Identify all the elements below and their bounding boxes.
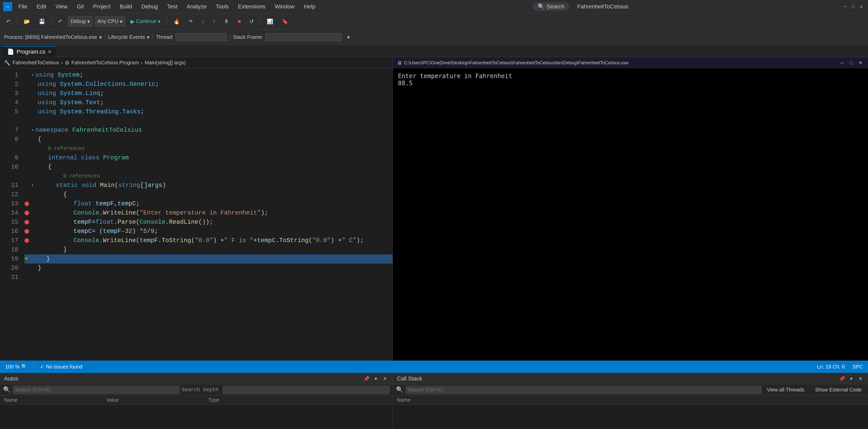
console-title-bar: 🖥 C:\Users\PC\OneDrive\Desktop\Fahrenhei… bbox=[393, 57, 868, 68]
code-line-19: ➔ } bbox=[25, 254, 393, 263]
code-line-20: } bbox=[25, 263, 393, 273]
breakpoint-14[interactable] bbox=[25, 211, 29, 215]
code-line-9: internal class Program bbox=[25, 153, 393, 163]
menu-edit[interactable]: Edit bbox=[32, 2, 50, 11]
stack-frame-input[interactable] bbox=[265, 33, 342, 41]
restart-btn[interactable]: ↺ bbox=[246, 16, 257, 27]
minimize-button[interactable]: ─ bbox=[841, 3, 848, 10]
editor-breadcrumb: 🔧 FahrenheitToCelsius › ⚙ FahrenheitToCe… bbox=[0, 57, 393, 68]
breakpoint-15[interactable] bbox=[25, 220, 29, 225]
menu-extensions[interactable]: Extensions bbox=[234, 2, 270, 11]
stop-btn[interactable]: ■ bbox=[235, 16, 244, 27]
collapse-arrow-7[interactable]: ▾ bbox=[31, 126, 34, 135]
autos-pin-btn[interactable]: 📌 bbox=[363, 375, 370, 382]
search-depth-input[interactable] bbox=[223, 386, 390, 394]
bookmark-btn[interactable]: 🔖 bbox=[279, 16, 291, 27]
autos-dropdown-btn[interactable]: ▾ bbox=[372, 375, 379, 382]
menu-build[interactable]: Build bbox=[116, 2, 136, 11]
main-content: 🔧 FahrenheitToCelsius › ⚙ FahrenheitToCe… bbox=[0, 57, 868, 361]
autos-header: Autos 📌 ▾ ✕ bbox=[0, 373, 393, 384]
breadcrumb-icon: 🔧 bbox=[4, 60, 10, 66]
call-stack-pin-btn[interactable]: 📌 bbox=[838, 375, 845, 382]
view-all-threads-btn[interactable]: View all Threads bbox=[764, 385, 808, 395]
toolbar: ↶ 📂 💾 ↶ Debug ▾ Any CPU ▾ ▶ Continue ▾ 🔥… bbox=[0, 13, 868, 30]
continue-btn[interactable]: ▶ Continue ▾ bbox=[127, 16, 164, 27]
autos-col-type: Type bbox=[208, 397, 389, 403]
status-right: Ln: 19 Ch: 6 SPC bbox=[817, 364, 863, 370]
thread-input[interactable] bbox=[176, 33, 226, 41]
lifecycle-dropdown[interactable]: ▾ bbox=[147, 34, 150, 40]
code-line-3: using System.Linq; bbox=[25, 89, 393, 98]
debug-config-dropdown[interactable]: Debug ▾ bbox=[68, 16, 93, 27]
menu-window[interactable]: Window bbox=[271, 2, 299, 11]
bottom-area: Autos 📌 ▾ ✕ 🔍 Search Depth Name Value Ty… bbox=[0, 373, 868, 429]
menu-project[interactable]: Project bbox=[89, 2, 115, 11]
tab-label: Program.cs bbox=[17, 49, 45, 55]
code-line-8: { bbox=[25, 135, 393, 144]
autos-search-icon: 🔍 bbox=[3, 386, 11, 394]
step-out-btn[interactable]: ↑ bbox=[209, 16, 219, 27]
dropdown-arrow[interactable]: ▾ bbox=[99, 34, 102, 40]
console-minimize[interactable]: ─ bbox=[838, 59, 845, 66]
show-external-code-btn[interactable]: Show External Code bbox=[812, 385, 865, 395]
autos-panel: Autos 📌 ▾ ✕ 🔍 Search Depth Name Value Ty… bbox=[0, 373, 393, 429]
step-into-btn[interactable]: ↓ bbox=[198, 16, 207, 27]
toolbar-back-btn[interactable]: ↶ bbox=[3, 16, 14, 27]
console-close[interactable]: ✕ bbox=[857, 59, 864, 66]
call-stack-close-btn[interactable]: ✕ bbox=[857, 375, 864, 382]
editor-area: 🔧 FahrenheitToCelsius › ⚙ FahrenheitToCe… bbox=[0, 57, 393, 361]
call-stack-dropdown-btn[interactable]: ▾ bbox=[847, 375, 855, 382]
breadcrumb-class: FahrenheitToCelsius.Program bbox=[71, 60, 139, 66]
autos-col-name: Name bbox=[4, 397, 106, 403]
menu-view[interactable]: View bbox=[51, 2, 71, 11]
tab-close-btn[interactable]: ✕ bbox=[48, 49, 52, 55]
debug-sep-3 bbox=[229, 33, 230, 41]
breadcrumb-icon-2: ⚙ bbox=[65, 60, 69, 66]
platform-dropdown[interactable]: Any CPU ▾ bbox=[95, 16, 125, 27]
code-line-ref-2: 0 references bbox=[25, 172, 393, 181]
menu-analyze[interactable]: Analyze bbox=[182, 2, 211, 11]
collapse-arrow-11[interactable]: ▾ bbox=[31, 181, 34, 190]
breakpoint-16[interactable] bbox=[25, 229, 29, 234]
search-icon: 🔍 bbox=[538, 3, 545, 10]
autos-close-btn[interactable]: ✕ bbox=[381, 375, 389, 382]
file-icon: 📄 bbox=[7, 49, 14, 55]
tab-program-cs[interactable]: 📄 Program.cs ✕ bbox=[2, 46, 57, 57]
menu-debug[interactable]: Debug bbox=[137, 2, 162, 11]
code-line-21 bbox=[25, 273, 393, 282]
chevron-down-icon-2: ▾ bbox=[120, 19, 122, 25]
pause-btn[interactable]: ⏸ bbox=[221, 16, 232, 27]
toolbar-open-btn[interactable]: 📂 bbox=[21, 16, 33, 27]
menu-test[interactable]: Test bbox=[163, 2, 181, 11]
step-over-btn[interactable]: ↷ bbox=[185, 16, 196, 27]
status-zoom[interactable]: 100 % 🔍 bbox=[5, 364, 28, 370]
code-line-17: Console.WriteLine(tempF.ToString("0.0") … bbox=[25, 236, 393, 245]
maximize-button[interactable]: □ bbox=[849, 3, 857, 10]
breakpoint-17[interactable] bbox=[25, 238, 29, 243]
zoom-icon: 🔍 bbox=[21, 364, 28, 370]
status-issues[interactable]: ✓ No issues found bbox=[40, 364, 83, 370]
search-label[interactable]: Search bbox=[547, 3, 564, 10]
toolbar-save-btn[interactable]: 💾 bbox=[35, 16, 49, 27]
console-output-1: Enter temperature in Fahrenheit bbox=[398, 73, 863, 80]
console-maximize[interactable]: □ bbox=[847, 59, 855, 66]
autos-search-input[interactable] bbox=[13, 386, 180, 394]
menu-git[interactable]: Git bbox=[73, 2, 88, 11]
collapse-arrow-1[interactable]: ▾ bbox=[31, 70, 34, 80]
menu-help[interactable]: Help bbox=[300, 2, 319, 11]
toolbar-undo-btn[interactable]: ↶ bbox=[55, 16, 66, 27]
menu-tools[interactable]: Tools bbox=[212, 2, 233, 11]
call-stack-table-header: Name bbox=[393, 396, 868, 405]
code-line-7: ▾ namespace FahrenheitToCelsius bbox=[25, 126, 393, 135]
diagnostics-btn[interactable]: 📊 bbox=[264, 16, 277, 27]
code-line-5: using System.Threading.Tasks; bbox=[25, 107, 393, 116]
call-stack-search-input[interactable] bbox=[406, 386, 762, 394]
hot-reload-btn[interactable]: 🔥 bbox=[170, 16, 183, 27]
close-button[interactable]: ✕ bbox=[858, 3, 865, 10]
stack-frame-btn[interactable]: ▾ bbox=[344, 32, 353, 42]
menu-file[interactable]: File bbox=[14, 2, 31, 11]
code-editor[interactable]: ▾ using System; using System.Collections… bbox=[23, 70, 393, 359]
breakpoint-13[interactable] bbox=[25, 201, 29, 206]
call-stack-col-name: Name bbox=[397, 397, 864, 403]
console-path-icon: 🖥 bbox=[397, 60, 402, 66]
